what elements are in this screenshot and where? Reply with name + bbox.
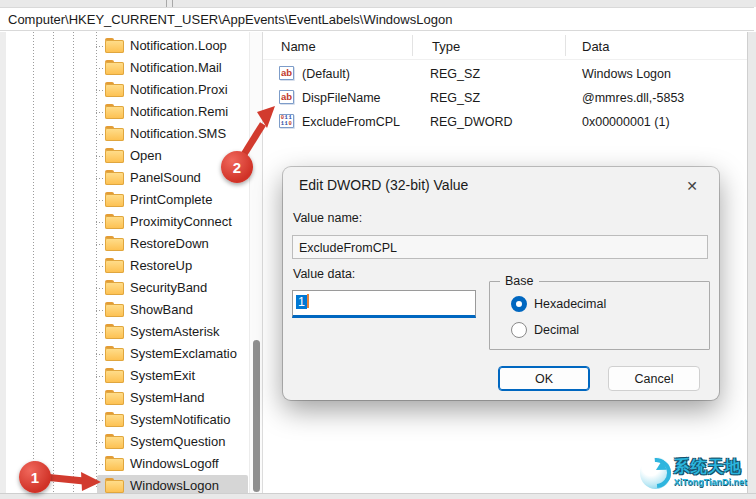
text-caret [307,294,309,308]
column-header-type[interactable]: Type [432,39,460,54]
folder-icon [105,346,124,361]
tree: Notification.Loop Notification.Mail Noti… [6,32,249,493]
tree-item[interactable]: SystemExit [6,365,249,387]
radio-decimal-label: Decimal [534,323,579,337]
tree-item[interactable]: Notification.Remi [6,101,249,123]
tree-item-label: Notification.Proxi [130,82,228,97]
tree-item[interactable]: SystemQuestion [6,431,249,453]
folder-icon [105,412,124,427]
column-separator[interactable] [412,35,413,56]
radio-hexadecimal[interactable]: Hexadecimal [511,296,606,312]
folder-icon [105,280,124,295]
tree-scrollbar[interactable] [249,32,263,493]
tree-item[interactable]: Notification.Loop [6,35,249,57]
value-data-cell: @mmres.dll,-5853 [582,91,684,105]
watermark: 系统天地 XiTongTianDi.net [637,453,747,493]
tree-item[interactable]: Notification.SMS [6,123,249,145]
folder-icon [105,170,124,185]
registry-editor-window: Computer\HKEY_CURRENT_USER\AppEvents\Eve… [0,0,756,499]
pane-splitter-mark [172,0,173,7]
tree-item[interactable]: SystemNotificatio [6,409,249,431]
folder-icon [105,258,124,273]
folder-icon [105,478,124,493]
ok-button[interactable]: OK [498,366,590,391]
tree-item[interactable]: SystemAsterisk [6,321,249,343]
base-label: Base [500,274,539,288]
folder-icon [105,434,124,449]
tree-item[interactable]: PrintComplete [6,189,249,211]
window-top-strip [0,0,756,7]
watermark-logo-icon [640,457,671,489]
tree-item[interactable]: SecurityBand [6,277,249,299]
folder-icon [105,82,124,97]
tree-item[interactable]: ProximityConnect [6,211,249,233]
reg-sz-icon: ab [279,66,294,80]
address-text: Computer\HKEY_CURRENT_USER\AppEvents\Eve… [8,12,452,27]
window-bottom-border [0,493,756,499]
folder-icon [105,456,124,471]
tree-item[interactable]: SystemExclamatio [6,343,249,365]
tree-item[interactable]: ShowBand [6,299,249,321]
tree-item-label: Notification.SMS [130,126,226,141]
radio-selected-icon[interactable] [511,296,527,312]
reg-dword-icon: 011110 [279,114,294,128]
address-bar[interactable]: Computer\HKEY_CURRENT_USER\AppEvents\Eve… [0,7,754,31]
tree-item-label: SystemNotificatio [130,412,230,427]
value-data-input[interactable]: 1 [292,290,476,318]
folder-icon [105,60,124,75]
tree-item-label: RestoreDown [130,236,209,251]
cancel-button[interactable]: Cancel [608,366,700,391]
tree-item-label: SystemExit [130,368,195,383]
column-header-data[interactable]: Data [582,39,609,54]
tree-item-label: Notification.Remi [130,104,228,119]
column-header-name[interactable]: Name [281,39,316,54]
folder-icon [105,302,124,317]
value-type-cell: REG_DWORD [430,115,513,129]
dialog-title: Edit DWORD (32-bit) Value [299,177,468,193]
tree-item-label: PrintComplete [130,192,212,207]
step-2-badge: 2 [221,151,253,183]
radio-unselected-icon[interactable] [511,322,527,338]
value-name-cell: DispFileName [302,91,381,105]
folder-icon [105,236,124,251]
folder-icon [105,148,124,163]
folder-icon [105,368,124,383]
folder-icon [105,104,124,119]
table-row[interactable]: ab (Default) REG_SZ Windows Logon [263,62,747,86]
watermark-cn-text: 系统天地 [674,459,747,475]
value-name-field[interactable]: ExcludeFromCPL [292,235,708,259]
table-row[interactable]: 011110 ExcludeFromCPL REG_DWORD 0x000000… [263,110,747,134]
pane-splitter-mark [166,0,167,7]
tree-item-label: SystemExclamatio [130,346,237,361]
tree-item[interactable]: PanelSound [6,167,249,189]
value-name-label: Value name: [293,211,362,225]
base-groupbox: Base Hexadecimal Decimal [489,281,710,350]
folder-icon [105,390,124,405]
table-row[interactable]: ab DispFileName REG_SZ @mmres.dll,-5853 [263,86,747,110]
tree-item[interactable]: Open [6,145,249,167]
tree-item[interactable]: Notification.Proxi [6,79,249,101]
column-separator[interactable] [565,35,566,56]
close-icon[interactable]: ✕ [677,173,707,199]
watermark-en-text: XiTongTianDi.net [674,478,747,487]
tree-scrollbar-thumb[interactable] [253,340,260,492]
tree-item-label: Open [130,148,162,163]
value-type-cell: REG_SZ [430,67,480,81]
tree-item[interactable]: Notification.Mail [6,57,249,79]
tree-item-label: SystemAsterisk [130,324,220,339]
edit-dword-dialog: Edit DWORD (32-bit) Value ✕ Value name: … [283,167,719,400]
tree-item-label: SystemQuestion [130,434,225,449]
reg-sz-icon: ab [279,90,294,104]
tree-item-label: Notification.Loop [130,38,227,53]
tree-item-label: ShowBand [130,302,193,317]
tree-item[interactable]: SystemHand [6,387,249,409]
tree-item-label: SystemHand [130,390,204,405]
list-header: Name Type Data [263,35,747,60]
radio-decimal[interactable]: Decimal [511,322,579,338]
radio-hexadecimal-label: Hexadecimal [534,297,606,311]
tree-item-label: Notification.Mail [130,60,222,75]
folder-icon [105,126,124,141]
value-data-label: Value data: [293,267,355,281]
tree-item[interactable]: RestoreUp [6,255,249,277]
tree-item[interactable]: RestoreDown [6,233,249,255]
